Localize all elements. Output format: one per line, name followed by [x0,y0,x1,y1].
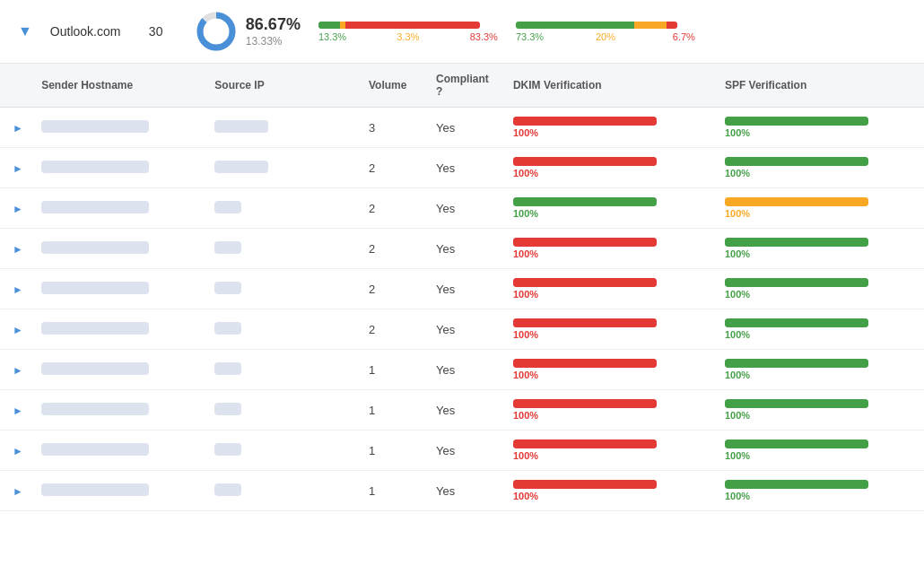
table-row: ►2Yes 100% 100% [0,148,924,188]
compliant-cell: Yes [423,309,501,350]
spf-seg-red [667,22,677,29]
spf-bar-fill [725,117,868,126]
dkim-bar-fill [513,157,657,166]
dkim-pct-label: 100% [513,491,700,501]
row-expand-icon[interactable]: ► [13,445,23,457]
spf-bar-cell: 100% [725,197,911,219]
dkim-bar-fill [513,238,657,247]
dkim-label-red: 83.3% [462,31,498,42]
source-ip-cell [202,309,356,350]
source-ip-cell [202,390,356,431]
spf-pct-label: 100% [725,127,911,138]
row-expand-icon[interactable]: ► [13,364,23,377]
spf-bar-fill [725,197,868,206]
compliant-cell: Yes [423,148,501,188]
dkim-bar-cell: 100% [513,399,700,421]
spf-bar-wrap [725,197,868,206]
dkim-cell: 100% [501,390,712,431]
data-table-container: Sender Hostname Source IP Volume Complia… [0,64,924,511]
source-ip-blurred [214,362,241,375]
row-expand-icon[interactable]: ► [13,203,23,215]
hostname-blurred [41,322,149,335]
hostname-blurred [41,362,149,375]
dkim-bar-cell: 100% [513,278,700,300]
sender-hostname-cell [29,390,202,431]
sender-hostname-cell [29,188,202,229]
col-header-hostname: Sender Hostname [29,64,202,108]
spf-cell: 100% [712,269,924,309]
col-header-volume: Volume [356,64,423,108]
spf-pct-label: 100% [725,410,911,421]
volume-cell: 1 [356,390,423,431]
spf-label-green: 73.3% [516,31,552,42]
spf-pct-label: 100% [725,289,911,300]
row-expand-icon[interactable]: ► [13,485,23,498]
row-expand-icon[interactable]: ► [13,162,23,175]
source-ip-blurred [214,282,241,294]
row-expand-icon[interactable]: ► [13,243,23,256]
spf-bar-wrap [725,439,868,448]
dkim-bar-fill [513,359,657,368]
dkim-cell: 100% [501,269,712,309]
row-expand-icon[interactable]: ► [13,122,23,135]
row-expand-icon[interactable]: ► [13,405,23,417]
sender-hostname-cell [29,350,202,390]
data-table: Sender Hostname Source IP Volume Complia… [0,64,924,511]
table-row: ►3Yes 100% 100% [0,108,924,148]
spf-pct-label: 100% [725,329,911,340]
col-header-expand [0,64,29,108]
dkim-cell: 100% [501,108,712,148]
back-arrow-icon[interactable]: ▼ [18,23,32,39]
dkim-bar-wrap [513,399,657,408]
spf-bar-wrap [725,157,868,166]
spf-cell: 100% [712,431,924,471]
dkim-bar-wrap [513,480,657,489]
dkim-cell: 100% [501,309,712,350]
source-ip-blurred [214,322,241,335]
table-row: ►1Yes 100% 100% [0,390,924,431]
col-header-dkim: DKIM Verification [501,64,712,108]
spf-bar-cell: 100% [725,318,911,340]
table-header-row: Sender Hostname Source IP Volume Complia… [0,64,924,108]
table-row: ►2Yes 100% 100% [0,269,924,309]
donut-pct-block: 86.67% 13.33% [246,15,301,48]
sender-hostname-cell [29,269,202,309]
dkim-bar-wrap [513,197,657,206]
spf-labels: 73.3% 20% 6.7% [516,31,695,42]
dkim-pct-label: 100% [513,450,700,461]
source-ip-blurred [214,120,268,133]
volume-cell: 2 [356,148,423,188]
row-expand-icon[interactable]: ► [13,324,23,336]
dkim-bar-cell: 100% [513,157,700,178]
col-header-compliant: Compliant ? [423,64,501,108]
dkim-cell: 100% [501,431,712,471]
table-row: ►1Yes 100% 100% [0,431,924,471]
sender-hostname-cell [29,309,202,350]
sender-hostname-cell [29,229,202,269]
volume-cell: 2 [356,309,423,350]
volume-cell: 1 [356,350,423,390]
dkim-bar-fill [513,197,657,206]
spf-bar-cell: 100% [725,439,911,461]
dkim-bar-wrap [513,278,657,287]
spf-pct-label: 100% [725,491,911,501]
hostname-blurred [41,201,149,213]
spf-label-orange: 20% [592,31,619,42]
dkim-seg-red [345,22,480,29]
dkim-bar-wrap [513,359,657,368]
dkim-bar-cell: 100% [513,480,700,501]
dkim-bar-cell: 100% [513,439,700,461]
source-name: Outlook.com [50,24,131,39]
dkim-bar-fill [513,399,657,408]
spf-bar-fill [725,278,868,287]
spf-bar-cell: 100% [725,359,911,380]
source-ip-blurred [214,443,241,456]
spf-bar-wrap [725,318,868,327]
spf-bar-fill [725,157,868,166]
spf-label-red: 6.7% [659,31,695,42]
hostname-blurred [41,120,149,133]
volume-cell: 3 [356,108,423,148]
spf-cell: 100% [712,471,924,511]
row-expand-icon[interactable]: ► [13,283,23,296]
compliant-cell: Yes [423,229,501,269]
